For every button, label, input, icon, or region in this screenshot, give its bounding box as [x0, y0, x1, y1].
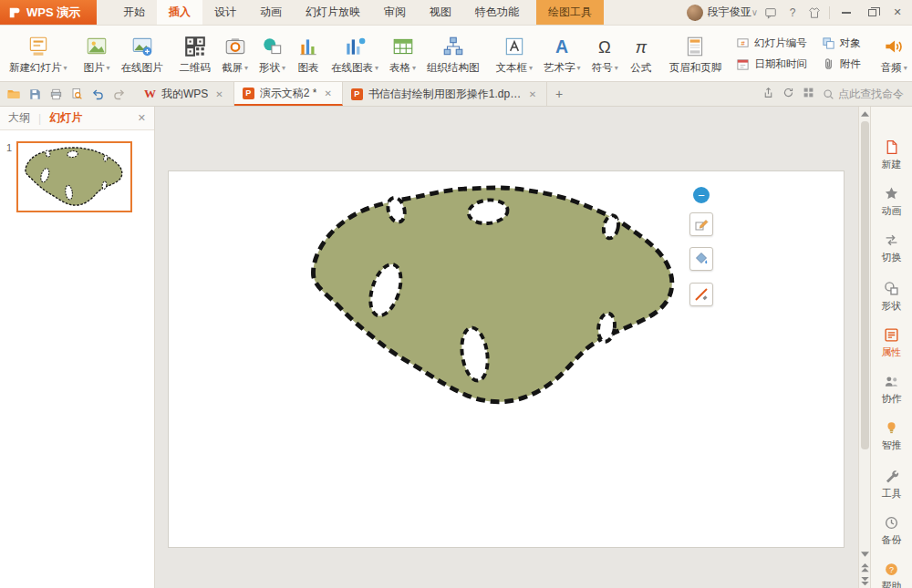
ribbon-item-qrcode[interactable]: 二维码: [174, 26, 217, 80]
close-tab-icon[interactable]: ✕: [527, 88, 538, 101]
collapse-toolbar-button[interactable]: −: [693, 187, 710, 203]
user-name[interactable]: 段宇俊亚∨: [708, 5, 758, 20]
message-icon[interactable]: [760, 0, 782, 25]
ribbon-item-org-chart[interactable]: 组织结构图: [421, 26, 485, 80]
ribbon-item-audio[interactable]: 音频▾: [876, 26, 912, 80]
rightbar-item-properties[interactable]: 属性: [871, 320, 912, 366]
sync-icon[interactable]: [782, 87, 794, 101]
divider: [829, 6, 830, 19]
command-search[interactable]: 点此查找命令: [823, 87, 904, 102]
ribbon-item-online-picture[interactable]: 在线图片: [116, 26, 169, 80]
svg-text:π: π: [635, 36, 647, 56]
ribbon-item-shapes[interactable]: 形状▾: [254, 26, 291, 80]
ribbon-item-picture[interactable]: 图片▾: [78, 26, 116, 80]
rightbar-item-smart[interactable]: 智推: [871, 413, 912, 459]
ribbon-item-chart[interactable]: 图表: [291, 26, 326, 80]
close-tab-icon[interactable]: ✕: [322, 87, 333, 100]
qrcode-icon: [183, 33, 207, 60]
tab-outline[interactable]: 大纲: [8, 110, 30, 126]
ribbon-item-header-footer[interactable]: 页眉和页脚: [664, 26, 728, 80]
rightbar-item-new[interactable]: 新建: [871, 132, 912, 179]
ribbon-item-online-chart[interactable]: 在线图表▾: [326, 26, 384, 80]
rightbar-item-tools[interactable]: 工具: [871, 461, 912, 508]
help-icon[interactable]: ?: [782, 0, 803, 25]
app-title: WPS 演示: [26, 5, 80, 21]
menu-tab-slideshow[interactable]: 幻灯片放映: [294, 0, 372, 25]
ribbon-item-symbol[interactable]: Ω 符号▾: [586, 26, 624, 80]
ribbon-item-attachment[interactable]: 附件: [822, 57, 861, 71]
transition-icon: [884, 232, 899, 248]
slides-panel: 大纲 | 幻灯片 ✕ 1: [0, 107, 155, 588]
restore-button[interactable]: [859, 0, 885, 25]
tab-slides[interactable]: 幻灯片: [49, 110, 82, 126]
skin-icon[interactable]: [803, 0, 825, 25]
app-logo[interactable]: WPS 演示: [0, 0, 97, 25]
new-tab-button[interactable]: +: [547, 82, 571, 106]
rightbar-item-animation[interactable]: 动画: [871, 179, 912, 225]
edit-points-icon: [694, 217, 709, 232]
user-avatar[interactable]: [687, 5, 703, 21]
close-panel-icon[interactable]: ✕: [138, 112, 146, 124]
open-folder-icon[interactable]: [4, 84, 24, 104]
ribbon-item-table[interactable]: 表格▾: [384, 26, 421, 80]
text-box-icon: [503, 33, 526, 60]
redo-icon[interactable]: [109, 84, 129, 104]
close-tab-icon[interactable]: ✕: [213, 88, 224, 101]
slide-canvas[interactable]: −: [169, 171, 844, 547]
tab-my-wps[interactable]: W 我的WPS ✕: [136, 82, 234, 106]
svg-text:A: A: [555, 36, 568, 56]
tab-presentation2[interactable]: P 演示文稿2 * ✕: [234, 82, 343, 106]
scroll-down-button[interactable]: [859, 547, 871, 561]
minimize-button[interactable]: [834, 0, 859, 25]
share-icon[interactable]: [762, 87, 774, 101]
menu-tab-insert[interactable]: 插入: [157, 0, 202, 25]
ribbon-item-slide-number[interactable]: # 幻灯片编号: [736, 36, 807, 50]
wps-home-icon: W: [144, 87, 156, 101]
next-slide-button[interactable]: [859, 574, 871, 588]
menu-tab-special-features[interactable]: 特色功能: [463, 0, 531, 25]
rightbar-item-backup[interactable]: 备份: [871, 508, 912, 554]
selected-shape[interactable]: [306, 182, 684, 410]
svg-text:Ω: Ω: [598, 36, 611, 56]
shape-icon: [884, 281, 899, 296]
undo-icon[interactable]: [88, 84, 108, 104]
scroll-up-button[interactable]: [859, 107, 871, 120]
audio-icon: [882, 33, 906, 60]
print-icon[interactable]: [46, 84, 66, 104]
menu-tab-view[interactable]: 视图: [418, 0, 463, 25]
ribbon-item-wordart[interactable]: A 艺术字▾: [538, 26, 586, 80]
fill-color-button[interactable]: [689, 247, 713, 271]
ribbon-item-screenshot[interactable]: 截屏▾: [216, 26, 254, 80]
rightbar-item-transition[interactable]: 切换: [871, 225, 912, 272]
prev-slide-button[interactable]: [859, 561, 871, 574]
menu-tab-home[interactable]: 开始: [111, 0, 157, 25]
print-preview-icon[interactable]: [67, 84, 87, 104]
close-button[interactable]: ✕: [885, 0, 910, 25]
presentation-file-icon: P: [351, 88, 363, 100]
new-slide-icon: [26, 33, 50, 60]
rightbar-item-help[interactable]: ? 帮助: [871, 554, 912, 588]
ribbon-item-object[interactable]: 对象: [822, 36, 861, 50]
ribbon-item-formula[interactable]: π 公式: [624, 26, 658, 80]
object-icon: [822, 36, 835, 50]
slide-thumbnail[interactable]: [16, 141, 132, 212]
edit-points-button[interactable]: [689, 212, 713, 236]
ribbon-item-date-time[interactable]: 日期和时间: [736, 57, 807, 71]
ribbon-item-new-slide[interactable]: 新建幻灯片▾: [4, 26, 73, 80]
tab-letter-envelope-doc[interactable]: P 书信信封绘制用图形操作1.dps * ✕: [343, 82, 547, 106]
outline-color-button[interactable]: [689, 283, 713, 306]
apps-icon[interactable]: [803, 87, 814, 101]
main-area: 大纲 | 幻灯片 ✕ 1 −: [0, 107, 912, 588]
menu-tab-animation[interactable]: 动画: [248, 0, 294, 25]
save-icon[interactable]: [25, 84, 45, 104]
rightbar-item-shape[interactable]: 形状: [871, 273, 912, 320]
dropdown-arrow: ▾: [64, 64, 67, 72]
rightbar-item-collaboration[interactable]: 协作: [871, 366, 912, 413]
menu-tab-drawing-tools[interactable]: 绘图工具: [536, 0, 604, 25]
ribbon-item-text-box[interactable]: 文本框▾: [491, 26, 539, 80]
scrollbar-thumb[interactable]: [861, 121, 869, 449]
org-chart-icon: [441, 33, 465, 60]
menu-tab-design[interactable]: 设计: [202, 0, 248, 25]
attachment-icon: [822, 57, 835, 71]
menu-tab-review[interactable]: 审阅: [372, 0, 418, 25]
